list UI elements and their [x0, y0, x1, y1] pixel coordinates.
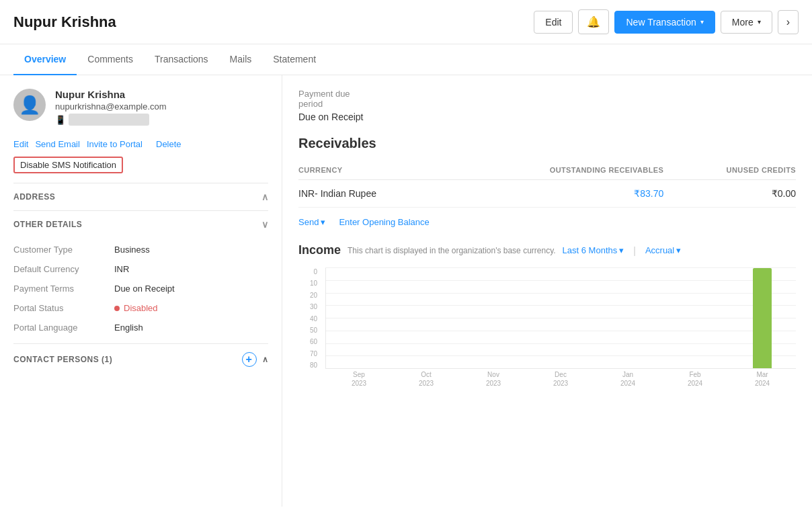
- y-axis-label: 70: [298, 350, 317, 357]
- currency-cell: INR- Indian Rupee: [298, 180, 447, 208]
- chevron-down-icon: ▾: [700, 18, 704, 26]
- payment-terms-label: Payment Terms: [13, 284, 108, 294]
- chart-column: [594, 268, 661, 368]
- portal-status-label: Portal Status: [13, 303, 108, 313]
- contact-persons-actions: + ∧: [242, 352, 269, 367]
- portal-language-value: English: [114, 323, 268, 333]
- send-email-link[interactable]: Send Email: [35, 139, 79, 150]
- chart-column: [326, 268, 393, 368]
- chart-column: [528, 268, 595, 368]
- chart-x-label: Dec2023: [527, 370, 594, 389]
- contact-persons-section-header: CONTACT PERSONS (1) + ∧: [13, 343, 268, 375]
- chart-x-label: Feb2024: [661, 370, 729, 389]
- customer-type-label: Customer Type: [13, 245, 108, 255]
- contact-email: nupurkrishna@example.com: [55, 101, 167, 112]
- y-axis-label: 0: [298, 268, 317, 275]
- chart-x-label: Mar2024: [729, 370, 796, 389]
- chevron-down-icon: ▾: [758, 18, 761, 26]
- contact-phone: 📱 xxxxxxxxxx: [55, 114, 167, 126]
- tab-mails[interactable]: Mails: [219, 44, 263, 75]
- status-dot-icon: [114, 306, 120, 311]
- expand-button[interactable]: ›: [778, 10, 799, 34]
- chart-bar: [753, 268, 772, 368]
- main-content: 👤 Nupur Krishna nupurkrishna@example.com…: [0, 75, 812, 507]
- chevron-down-icon: ∨: [261, 219, 269, 230]
- disable-sms-button[interactable]: Disable SMS Notification: [13, 157, 123, 173]
- receivables-actions: Send ▾ Enter Opening Balance: [298, 217, 796, 227]
- tab-statement[interactable]: Statement: [262, 44, 327, 75]
- receivables-title: Receivables: [298, 136, 796, 151]
- left-panel: 👤 Nupur Krishna nupurkrishna@example.com…: [0, 75, 282, 507]
- chart-column: [729, 268, 796, 368]
- chevron-down-icon: ▾: [321, 217, 325, 227]
- y-axis-label: 50: [298, 327, 317, 334]
- tab-bar: Overview Comments Transactions Mails Sta…: [0, 44, 812, 75]
- income-subtitle: This chart is displayed in the organizat…: [348, 246, 556, 255]
- receivables-table: CURRENCY OUTSTANDING RECEIVABLES UNUSED …: [298, 161, 796, 208]
- payment-section: Payment dueperiod Due on Receipt: [298, 89, 796, 122]
- default-currency-value: INR: [114, 264, 268, 274]
- page-title: Nupur Krishna: [13, 13, 534, 31]
- chart-column: [661, 268, 729, 368]
- y-axis-label: 40: [298, 315, 317, 323]
- y-axis-label: 60: [298, 338, 317, 345]
- other-details-section-header[interactable]: OTHER DETAILS ∨: [13, 210, 268, 238]
- new-transaction-button[interactable]: New Transaction ▾: [614, 11, 715, 34]
- chart-x-label: Nov2023: [460, 370, 527, 389]
- income-section: Income This chart is displayed in the or…: [298, 243, 796, 389]
- tab-overview[interactable]: Overview: [13, 44, 77, 75]
- chart-x-label: Oct2023: [393, 370, 460, 389]
- customer-type-value: Business: [114, 245, 268, 255]
- unused-credits-column-header: UNUSED CREDITS: [663, 161, 796, 180]
- edit-contact-link[interactable]: Edit: [13, 139, 28, 150]
- tab-transactions[interactable]: Transactions: [144, 44, 219, 75]
- income-accrual-dropdown[interactable]: Accrual ▾: [645, 245, 681, 255]
- portal-language-label: Portal Language: [13, 323, 108, 333]
- right-panel: Payment dueperiod Due on Receipt Receiva…: [282, 75, 812, 507]
- y-axis-label: 10: [298, 280, 317, 287]
- payment-due-period-value: Due on Receipt: [298, 112, 796, 122]
- receivables-section: Receivables CURRENCY OUTSTANDING RECEIVA…: [298, 136, 796, 227]
- y-axis-label: 80: [298, 361, 317, 369]
- notification-button[interactable]: 🔔: [578, 9, 609, 34]
- income-header: Income This chart is displayed in the or…: [298, 243, 796, 257]
- chevron-up-icon: ∧: [262, 355, 269, 364]
- portal-status-value: Disabled: [114, 303, 268, 313]
- more-button[interactable]: More ▾: [721, 11, 772, 34]
- y-axis-label: 20: [298, 292, 317, 299]
- outstanding-column-header: OUTSTANDING RECEIVABLES: [447, 161, 664, 180]
- edit-button[interactable]: Edit: [534, 11, 573, 34]
- details-grid: Customer Type Business Default Currency …: [13, 245, 268, 333]
- chevron-up-icon: ∧: [261, 191, 269, 202]
- enter-opening-balance-link[interactable]: Enter Opening Balance: [339, 217, 429, 227]
- chart-x-label: Jan2024: [594, 370, 661, 389]
- delete-contact-link[interactable]: Delete: [156, 139, 181, 150]
- header-actions: Edit 🔔 New Transaction ▾ More ▾ ›: [534, 9, 799, 34]
- payment-terms-value: Due on Receipt: [114, 284, 268, 294]
- chevron-down-icon: ▾: [619, 245, 624, 255]
- unused-credits-cell: ₹0.00: [663, 180, 796, 208]
- add-contact-person-button[interactable]: +: [242, 352, 257, 367]
- avatar: 👤: [13, 89, 46, 121]
- contact-name: Nupur Krishna: [55, 89, 167, 100]
- chart-plot: [325, 268, 796, 369]
- payment-due-period-label: Payment dueperiod: [298, 89, 796, 109]
- phone-icon: 📱: [55, 115, 66, 125]
- phone-number-blurred: xxxxxxxxxx: [69, 114, 149, 126]
- default-currency-label: Default Currency: [13, 264, 108, 274]
- address-section-header[interactable]: ADDRESS ∧: [13, 183, 268, 210]
- person-icon: 👤: [19, 95, 40, 116]
- y-axis-label: 30: [298, 303, 317, 310]
- income-filter-dropdown[interactable]: Last 6 Months ▾: [563, 245, 624, 255]
- page-header: Nupur Krishna Edit 🔔 New Transaction ▾ M…: [0, 0, 812, 44]
- contact-details: Nupur Krishna nupurkrishna@example.com 📱…: [55, 89, 167, 128]
- contact-actions: Edit Send Email Invite to Portal Delete …: [13, 139, 268, 173]
- outstanding-cell: ₹83.70: [447, 180, 664, 208]
- chart-column: [460, 268, 528, 368]
- contact-info: 👤 Nupur Krishna nupurkrishna@example.com…: [13, 89, 268, 128]
- table-row: INR- Indian Rupee ₹83.70 ₹0.00: [298, 180, 796, 208]
- send-dropdown-link[interactable]: Send ▾: [298, 217, 325, 227]
- invite-to-portal-link[interactable]: Invite to Portal: [87, 139, 143, 150]
- tab-comments[interactable]: Comments: [77, 44, 144, 75]
- chart-x-label: Sep2023: [325, 370, 393, 389]
